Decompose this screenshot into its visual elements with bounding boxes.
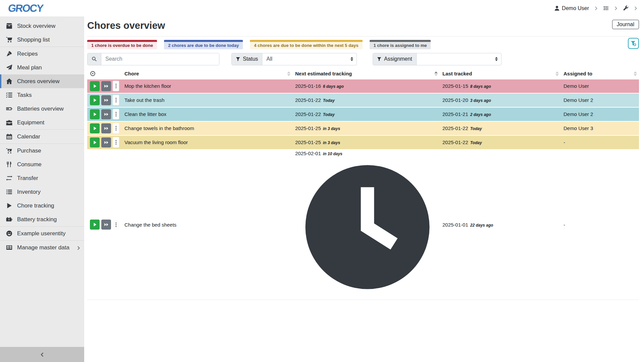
- assigned-to-cell: Demo User 2: [561, 107, 639, 121]
- relative-time: 6 days ago: [323, 84, 344, 89]
- chore-name[interactable]: Mop the kitchen floor: [122, 79, 292, 93]
- sidebar-item-meal-plan[interactable]: Meal plan: [0, 61, 84, 74]
- funnel-icon: [377, 57, 381, 61]
- chore-name[interactable]: Take out the trash: [122, 93, 292, 107]
- assignment-select[interactable]: [417, 53, 501, 65]
- column-header-chore[interactable]: Chore: [122, 69, 292, 79]
- sidebar-item-label: Equipment: [17, 119, 44, 126]
- sort-icon: [287, 71, 290, 76]
- chore-name[interactable]: Change the bed sheets: [122, 149, 292, 300]
- column-header-next-estimated-tracking[interactable]: Next estimated tracking: [292, 69, 440, 79]
- table-row: Take out the trash 2025-01-22Today 2025-…: [87, 93, 639, 107]
- status-filter-label: Status: [243, 56, 258, 62]
- relative-time: in 10 days: [323, 152, 342, 156]
- user-menu[interactable]: Demo User: [554, 5, 589, 11]
- chip-overdue[interactable]: 1 chore is overdue to be done: [87, 40, 157, 49]
- chip-assigned-to-me[interactable]: 1 chore is assigned to me: [370, 40, 431, 49]
- chip-label: 4 chores are due to be done within the n…: [250, 42, 362, 49]
- chip-due-soon[interactable]: 4 chores are due to be done within the n…: [250, 40, 362, 49]
- chore-name[interactable]: Change towels in the bathroom: [122, 121, 292, 135]
- track-chore-button[interactable]: [90, 137, 100, 147]
- clear-filter-button[interactable]: [628, 38, 639, 49]
- sidebar-item-recipes[interactable]: Recipes: [0, 47, 84, 61]
- row-menu-button[interactable]: [113, 220, 119, 230]
- chore-name[interactable]: Clean the litter box: [122, 107, 292, 121]
- chevron-right-icon[interactable]: [594, 6, 598, 11]
- track-chore-button[interactable]: [90, 95, 100, 105]
- sidebar-item-manage-master-data[interactable]: Manage master data: [0, 241, 84, 254]
- relative-time: Today: [470, 140, 482, 145]
- chip-label: 2 chores are due to be done today: [164, 42, 243, 49]
- next-tracking-cell: 2025-01-22Today: [292, 107, 440, 121]
- search-box: [87, 53, 219, 65]
- sidebar-item-batteries-overview[interactable]: Batteries overview: [0, 102, 84, 116]
- title-divider: [87, 36, 639, 37]
- journal-button[interactable]: Journal: [612, 20, 639, 29]
- relative-time: 8 days ago: [470, 84, 491, 89]
- sidebar-item-inventory[interactable]: Inventory: [0, 185, 84, 199]
- table-row: Change the bed sheets 2025-02-01in 10 da…: [87, 149, 639, 300]
- relative-time: Today: [323, 112, 335, 117]
- track-chore-button[interactable]: [90, 220, 100, 230]
- last-tracked-cell: 2025-01-22Today: [440, 135, 561, 149]
- sidebar-item-stock-overview[interactable]: Stock overview: [0, 19, 84, 33]
- sidebar-item-consume[interactable]: Consume: [0, 158, 84, 171]
- track-chore-button[interactable]: [90, 123, 100, 133]
- skip-chore-button[interactable]: [101, 95, 111, 105]
- chore-name[interactable]: Vacuum the living room floor: [122, 135, 292, 149]
- next-tracking-cell: 2025-02-01in 10 days: [292, 149, 440, 300]
- filters-row: Status All Assignment: [87, 53, 639, 65]
- chip-label: 1 chore is overdue to be done: [87, 42, 157, 49]
- sidebar-item-label: Batteries overview: [17, 106, 64, 112]
- sidebar-item-purchase[interactable]: Purchase: [0, 144, 84, 158]
- row-menu-button[interactable]: [113, 81, 119, 91]
- sidebar-item-equipment[interactable]: Equipment: [0, 116, 84, 129]
- sidebar-item-calendar[interactable]: Calendar: [0, 130, 84, 143]
- relative-time: in 3 days: [323, 140, 340, 145]
- row-menu-button[interactable]: [113, 137, 119, 147]
- sidebar-item-example-userentity[interactable]: Example userentity: [0, 227, 84, 240]
- relative-time: in 3 days: [323, 126, 340, 131]
- clock-icon: [297, 293, 438, 299]
- row-menu-button[interactable]: [113, 109, 119, 119]
- toolbox-icon: [6, 119, 13, 126]
- skip-chore-button[interactable]: [101, 137, 111, 147]
- search-input[interactable]: [101, 53, 219, 65]
- sliders-icon[interactable]: [603, 5, 609, 11]
- skip-chore-button[interactable]: [101, 123, 111, 133]
- skip-chore-button[interactable]: [101, 109, 111, 119]
- chevron-right-icon[interactable]: [613, 6, 618, 11]
- skip-chore-button[interactable]: [101, 220, 111, 230]
- track-chore-button[interactable]: [90, 109, 100, 119]
- next-tracking-cell: 2025-01-25in 3 days: [292, 121, 440, 135]
- battery-icon: [6, 106, 13, 112]
- sidebar-item-transfer[interactable]: Transfer: [0, 171, 84, 185]
- row-menu-button[interactable]: [113, 123, 119, 133]
- status-select[interactable]: All: [262, 53, 357, 65]
- chevron-right-icon[interactable]: [633, 6, 638, 11]
- column-header-assigned-to[interactable]: Assigned to: [561, 69, 639, 79]
- sidebar-item-shopping-list[interactable]: Shopping list: [0, 33, 84, 47]
- chip-due-today[interactable]: 2 chores are due to be done today: [164, 40, 243, 49]
- sidebar-item-battery-tracking[interactable]: Battery tracking: [0, 213, 84, 226]
- sidebar-item-label: Tasks: [17, 92, 32, 99]
- grocy-logo[interactable]: GROCY: [7, 2, 43, 14]
- status-select-value: All: [266, 56, 272, 62]
- sidebar: Stock overview Shopping list Recipes Mea…: [0, 16, 84, 362]
- table-row: Mop the kitchen floor 2025-01-166 days a…: [87, 79, 639, 93]
- sidebar-item-chore-tracking[interactable]: Chore tracking: [0, 199, 84, 213]
- last-tracked-cell: 2025-01-0122 days ago: [440, 149, 561, 300]
- sidebar-item-tasks[interactable]: Tasks: [0, 88, 84, 102]
- wrench-icon[interactable]: [623, 5, 629, 11]
- row-menu-button[interactable]: [113, 95, 119, 105]
- sidebar-item-label: Battery tracking: [17, 216, 57, 223]
- relative-time: 3 days ago: [470, 98, 491, 103]
- sidebar-item-label: Purchase: [17, 147, 41, 154]
- select-caret-icon: [351, 57, 353, 61]
- sidebar-item-label: Shopping list: [17, 37, 50, 43]
- sidebar-item-chores-overview[interactable]: Chores overview: [0, 74, 84, 88]
- track-chore-button[interactable]: [90, 81, 100, 91]
- skip-chore-button[interactable]: [101, 81, 111, 91]
- sidebar-collapse-toggle[interactable]: [0, 347, 84, 362]
- column-header-last-tracked[interactable]: Last tracked: [440, 69, 561, 79]
